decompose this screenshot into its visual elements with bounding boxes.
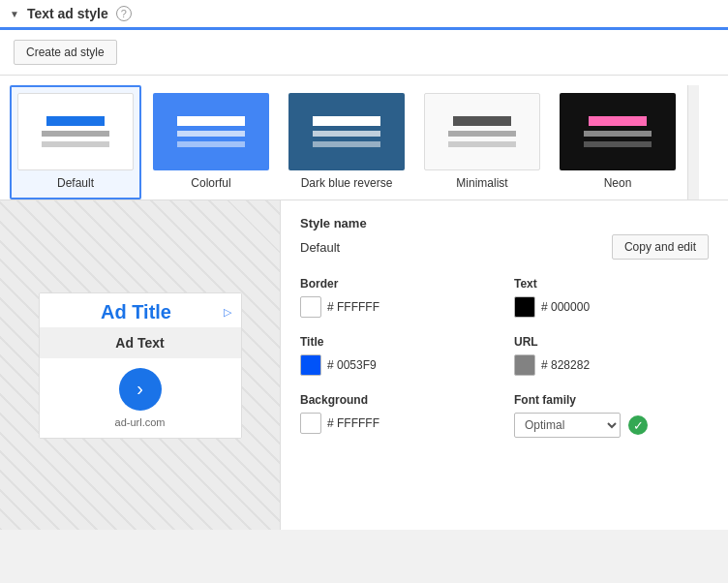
check-icon: ✓ [628, 415, 648, 435]
url-color-row: # 828282 [514, 354, 709, 376]
styles-row: Default Colorful Dark blue reverse Minim… [0, 76, 728, 200]
text-hex: # 000000 [541, 300, 590, 314]
border-swatch[interactable] [300, 296, 321, 318]
border-color-row: # FFFFFF [300, 296, 495, 318]
style-name-value: Default [300, 240, 340, 255]
style-item-dark-blue-reverse[interactable]: Dark blue reverse [281, 85, 412, 199]
text-swatch[interactable] [514, 296, 535, 318]
background-color-row: # FFFFFF [300, 413, 495, 434]
font-family-select[interactable]: Optimal Arial Times New Roman Verdana [514, 413, 621, 438]
preview-pane: Ad Title ▷ Ad Text › ad-url.com [0, 200, 281, 530]
title-hex: # 0053F9 [327, 358, 377, 372]
ad-preview-header: Ad Title ▷ [40, 293, 241, 327]
border-label: Border [300, 277, 495, 291]
style-label-minimalist: Minimalist [456, 176, 507, 190]
ad-title: Ad Title [49, 301, 224, 323]
style-thumb-neon [560, 93, 676, 170]
style-item-default[interactable]: Default [10, 85, 141, 199]
background-label: Background [300, 393, 495, 407]
thumb-bar-2 [448, 131, 516, 137]
copy-and-edit-button[interactable]: Copy and edit [612, 234, 709, 260]
style-thumb-minimalist [424, 93, 540, 170]
style-label-dark-blue-reverse: Dark blue reverse [301, 176, 393, 190]
help-icon[interactable]: ? [116, 6, 132, 21]
thumb-bar-1 [589, 116, 647, 126]
collapse-icon[interactable]: ▼ [10, 9, 19, 19]
thumb-bar-3 [313, 141, 380, 147]
style-label-neon: Neon [604, 176, 632, 190]
top-bar: ▼ Text ad style ? [0, 0, 728, 30]
url-hex: # 828282 [541, 358, 590, 372]
thumb-bar-3 [177, 141, 245, 147]
font-family-label: Font family [514, 393, 709, 407]
scrollbar[interactable] [687, 85, 699, 199]
style-item-neon[interactable]: Neon [552, 85, 683, 199]
ad-circle-button: › [119, 368, 162, 411]
thumb-bar-1 [453, 116, 511, 126]
style-item-minimalist[interactable]: Minimalist [416, 85, 548, 199]
ad-text: Ad Text [115, 335, 164, 351]
border-section: Border # FFFFFF [300, 277, 495, 318]
create-ad-style-button[interactable]: Create ad style [14, 40, 117, 65]
style-thumb-default [17, 93, 134, 170]
style-thumb-darkblue [288, 93, 405, 170]
title-swatch[interactable] [300, 354, 321, 376]
style-name-row: Default Copy and edit [300, 234, 709, 260]
text-section: Text # 000000 [514, 277, 709, 318]
thumb-bar-1 [46, 116, 105, 126]
title-color-label: Title [300, 335, 495, 349]
ad-url: ad-url.com [115, 416, 166, 428]
thumb-bar-2 [177, 131, 245, 137]
thumb-bar-3 [584, 141, 652, 147]
style-label-colorful: Colorful [191, 176, 230, 190]
style-item-colorful[interactable]: Colorful [145, 85, 277, 199]
ad-button-area: › ad-url.com [40, 358, 241, 438]
bottom-section: Ad Title ▷ Ad Text › ad-url.com Style na… [0, 200, 728, 530]
thumb-bar-2 [42, 131, 109, 137]
background-swatch[interactable] [300, 413, 321, 434]
text-label: Text [514, 277, 709, 291]
background-hex: # FFFFFF [327, 416, 379, 430]
font-family-section: Font family Optimal Arial Times New Roma… [514, 393, 709, 438]
title-color-row: # 0053F9 [300, 354, 495, 376]
thumb-bar-3 [42, 141, 109, 147]
title-section: Title # 0053F9 [300, 335, 495, 376]
style-name-label: Style name [300, 216, 709, 230]
thumb-bar-1 [313, 116, 380, 126]
style-thumb-colorful [153, 93, 269, 170]
thumb-bar-1 [177, 116, 245, 126]
thumb-bar-2 [584, 131, 652, 137]
thumb-bar-3 [448, 141, 516, 147]
background-section: Background # FFFFFF [300, 393, 495, 438]
button-area: Create ad style [0, 30, 728, 76]
page-title: Text ad style [27, 6, 108, 21]
url-label: URL [514, 335, 709, 349]
text-color-row: # 000000 [514, 296, 709, 318]
color-grid: Border # FFFFFF Text # 000000 Title [300, 277, 709, 438]
url-swatch[interactable] [514, 354, 535, 376]
font-family-select-row: Optimal Arial Times New Roman Verdana ✓ [514, 413, 709, 438]
thumb-bar-2 [313, 131, 380, 137]
ad-attribution-icon: ▷ [224, 306, 231, 319]
ad-body: Ad Text [40, 327, 241, 358]
border-hex: # FFFFFF [327, 300, 379, 314]
ad-preview-box: Ad Title ▷ Ad Text › ad-url.com [39, 292, 242, 439]
settings-pane: Style name Default Copy and edit Border … [281, 200, 728, 530]
style-label-default: Default [57, 176, 94, 190]
url-section: URL # 828282 [514, 335, 709, 376]
